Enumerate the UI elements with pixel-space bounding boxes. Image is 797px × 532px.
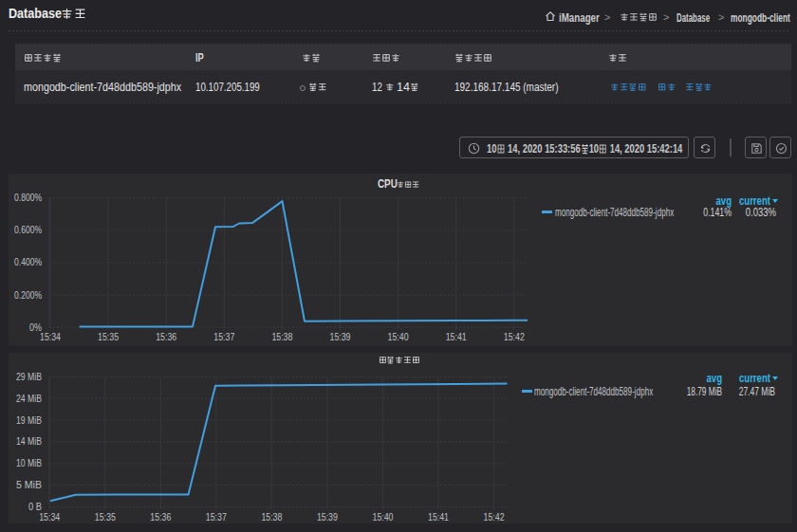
svg-text:15:39: 15:39 [317, 511, 338, 523]
svg-text:15:38: 15:38 [271, 331, 292, 342]
svg-text:0.600%: 0.600% [14, 224, 42, 235]
svg-text:14 MiB: 14 MiB [16, 435, 42, 447]
svg-text:0.200%: 0.200% [14, 288, 42, 300]
svg-text:15:40: 15:40 [388, 331, 409, 342]
svg-text:15:36: 15:36 [156, 331, 176, 342]
svg-text:15:37: 15:37 [213, 331, 234, 342]
svg-text:24 MiB: 24 MiB [16, 392, 42, 403]
svg-text:15:38: 15:38 [261, 511, 282, 523]
svg-text:29 MiB: 29 MiB [16, 370, 42, 381]
svg-text:0.400%: 0.400% [14, 256, 42, 267]
svg-text:15:41: 15:41 [446, 331, 467, 342]
svg-text:15:42: 15:42 [504, 331, 525, 342]
svg-text:0.800%: 0.800% [14, 192, 42, 203]
svg-text:19 MiB: 19 MiB [16, 413, 42, 425]
svg-text:15:34: 15:34 [39, 511, 60, 523]
svg-text:15:34: 15:34 [40, 331, 61, 342]
svg-text:15:42: 15:42 [484, 511, 505, 523]
svg-text:15:37: 15:37 [206, 511, 227, 523]
svg-text:5 MiB: 5 MiB [16, 479, 42, 490]
svg-text:10 MiB: 10 MiB [16, 457, 42, 468]
svg-text:15:35: 15:35 [95, 511, 116, 523]
svg-text:15:36: 15:36 [150, 511, 171, 523]
svg-text:15:39: 15:39 [330, 331, 351, 342]
svg-text:15:41: 15:41 [428, 511, 449, 523]
svg-text:15:35: 15:35 [98, 331, 119, 342]
svg-text:15:40: 15:40 [373, 511, 394, 523]
